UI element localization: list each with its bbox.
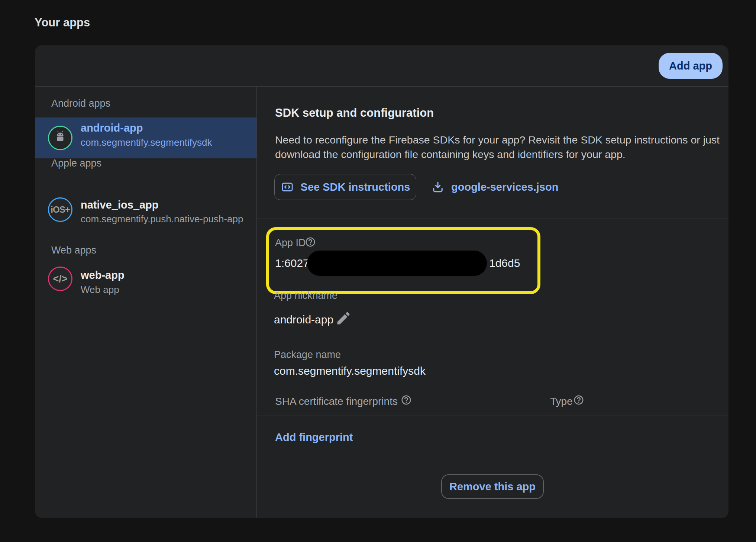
app-id-redaction xyxy=(307,251,487,276)
section-label-web-apps: Web apps xyxy=(51,245,96,256)
section-label-android-apps: Android apps xyxy=(51,98,110,109)
sidebar-item-web-app[interactable]: </> web-app Web app xyxy=(35,258,256,306)
download-icon xyxy=(431,180,445,194)
app-id-value-prefix: 1:6027 xyxy=(275,257,309,270)
package-name-label: Package name xyxy=(274,349,341,361)
apps-sidebar: Android apps xyxy=(35,86,256,518)
code-brackets-icon: </> xyxy=(53,273,67,285)
sdk-section-description: Need to reconfigure the Firebase SDKs fo… xyxy=(275,133,732,162)
android-robot-icon xyxy=(53,130,67,146)
divider xyxy=(256,416,728,416)
add-fingerprint-link[interactable]: Add fingerprint xyxy=(275,431,353,443)
app-details-panel: SDK setup and configuration Need to reco… xyxy=(256,86,728,518)
app-package: com.segmentify.push.native-push-app xyxy=(81,213,243,225)
add-app-button[interactable]: Add app xyxy=(659,53,723,79)
app-nickname-label: App nickname xyxy=(274,290,337,301)
app-name: android-app xyxy=(81,122,143,134)
ios-icon: iOS+ xyxy=(51,204,70,215)
app-subtitle: Web app xyxy=(81,284,119,296)
see-sdk-instructions-label: See SDK instructions xyxy=(301,181,410,193)
app-id-label: App ID xyxy=(275,237,306,249)
sha-help-icon[interactable] xyxy=(401,394,412,406)
app-package: com.segmentify.segmentifysdk xyxy=(81,137,212,148)
page-title: Your apps xyxy=(35,16,90,29)
package-name-value: com.segmentify.segmentifysdk xyxy=(274,365,426,377)
app-id-value-suffix: 1d6d5 xyxy=(489,257,520,270)
app-name: web-app xyxy=(81,269,125,281)
your-apps-card: Add app Android apps xyxy=(35,45,728,518)
app-id-help-icon[interactable] xyxy=(305,236,316,248)
app-name: native_ios_app xyxy=(81,199,159,211)
google-services-json-link[interactable]: google-services.json xyxy=(431,174,559,200)
code-window-icon xyxy=(281,180,294,194)
sdk-description-line1: Need to reconfigure the Firebase SDKs fo… xyxy=(275,133,732,147)
sdk-section-title: SDK setup and configuration xyxy=(275,106,434,120)
section-label-apple-apps: Apple apps xyxy=(51,158,101,169)
android-app-avatar xyxy=(48,126,72,150)
your-apps-page: Your apps Add app Android apps xyxy=(0,0,756,542)
sidebar-item-native-ios-app[interactable]: iOS+ native_ios_app com.segmentify.push.… xyxy=(35,178,256,234)
sdk-description-line2: download the configuration file containi… xyxy=(275,147,732,162)
ios-app-avatar: iOS+ xyxy=(48,197,72,222)
divider xyxy=(256,219,728,219)
sidebar-item-android-app[interactable]: android-app com.segmentify.segmentifysdk xyxy=(35,117,256,158)
web-app-avatar: </> xyxy=(48,267,72,291)
type-help-icon[interactable] xyxy=(573,394,584,406)
app-nickname-value: android-app xyxy=(274,313,333,326)
sha-fingerprints-label: SHA certificate fingerprints xyxy=(275,396,398,407)
type-column-label: Type xyxy=(550,396,573,407)
see-sdk-instructions-button[interactable]: See SDK instructions xyxy=(274,174,416,200)
pencil-icon xyxy=(335,310,352,326)
edit-nickname-button[interactable] xyxy=(335,310,352,326)
remove-this-app-button[interactable]: Remove this app xyxy=(441,474,544,499)
google-services-json-label: google-services.json xyxy=(451,181,559,193)
